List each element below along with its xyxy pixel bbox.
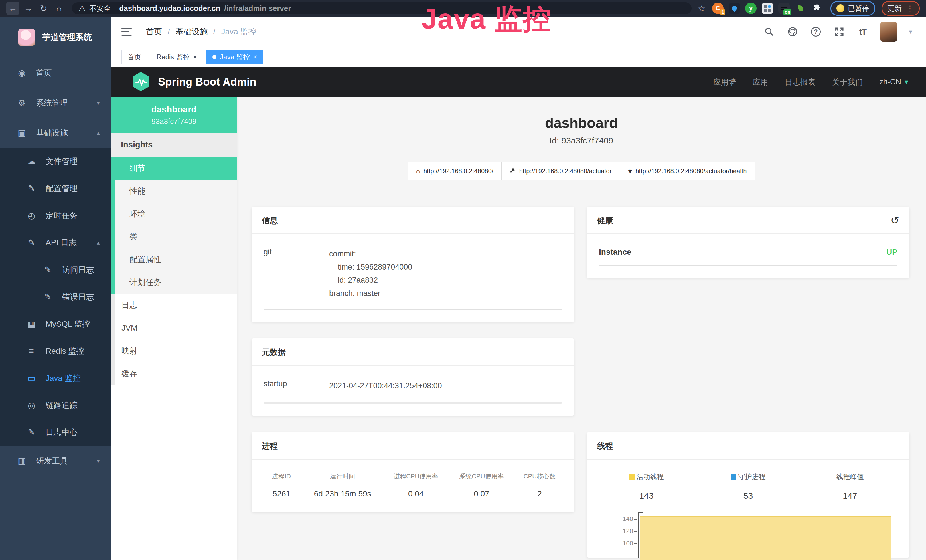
app-logo-image — [18, 29, 35, 45]
sba-item-scheduled-tasks[interactable]: 计划任务 — [111, 271, 237, 294]
breadcrumb-home[interactable]: 首页 — [146, 26, 162, 37]
address-bar[interactable]: ⚠ 不安全 dashboard.yudao.iocoder.cn /infra/… — [72, 2, 691, 14]
sidebar-item-scheduled-jobs[interactable]: ◴ 定时任务 — [0, 202, 111, 229]
info-key: git — [263, 248, 329, 300]
extension-pin-icon[interactable] — [729, 3, 740, 14]
close-icon[interactable]: × — [193, 53, 197, 61]
sidebar-item-redis-monitor[interactable]: ≡ Redis 监控 — [0, 338, 111, 365]
peak-threads-value: 147 — [799, 491, 901, 501]
sba-item-logs[interactable]: 日志 — [111, 294, 237, 317]
user-avatar[interactable] — [881, 22, 897, 42]
health-url-button[interactable]: ♥ http://192.168.0.2:48080/actuator/heal… — [620, 162, 755, 180]
github-icon[interactable] — [787, 26, 798, 37]
browser-forward-icon[interactable]: → — [22, 2, 35, 15]
close-icon[interactable]: × — [253, 53, 257, 61]
sba-item-caches[interactable]: 缓存 — [111, 362, 237, 385]
health-card: 健康 ↺ Instance UP — [587, 207, 909, 278]
sidebar-item-mysql-monitor[interactable]: ▦ MySQL 监控 — [0, 310, 111, 338]
sidebar-item-api-logs[interactable]: ✎ API 日志 ▴ — [0, 229, 111, 256]
user-menu-caret-icon[interactable]: ▾ — [909, 28, 912, 36]
sidebar-item-infrastructure[interactable]: ▣ 基础设施 ▴ — [0, 118, 111, 148]
browser-home-icon[interactable]: ⌂ — [53, 2, 66, 15]
process-card-title: 进程 — [262, 441, 278, 452]
sidebar-item-home[interactable]: ◉ 首页 — [0, 58, 111, 88]
eye-icon: ◎ — [26, 400, 36, 410]
sba-nav-about[interactable]: 关于我们 — [832, 77, 863, 87]
edit-icon: ✎ — [26, 183, 36, 194]
metadata-value: 2021-04-27T00:44:31.254+08:00 — [329, 380, 442, 392]
app-title: 芋道管理系统 — [42, 32, 92, 43]
collapse-sidebar-icon[interactable] — [121, 26, 134, 37]
sba-item-metrics[interactable]: 性能 — [111, 180, 237, 203]
sidebar-item-access-logs[interactable]: ✎ 访问日志 — [0, 256, 111, 283]
heartbeat-icon: ♥ — [628, 167, 632, 175]
extension-grid-icon[interactable] — [762, 3, 773, 14]
process-card: 进程 进程ID5261 运行时间6d 23h 15m 59s 进程CPU使用率0… — [251, 432, 574, 512]
active-dot-icon — [212, 55, 216, 59]
metadata-card-title: 元数据 — [262, 347, 286, 358]
tab-redis-monitor[interactable]: Redis 监控 × — [151, 50, 203, 65]
info-card-title: 信息 — [262, 215, 278, 226]
active-threads-value: 143 — [595, 491, 697, 501]
paused-label: 已暂停 — [848, 4, 869, 13]
sidebar-item-tracing[interactable]: ◎ 链路追踪 — [0, 392, 111, 419]
infrastructure-submenu: ☁ 文件管理 ✎ 配置管理 ◴ 定时任务 ✎ API 日志 ▴ ✎ — [0, 148, 111, 446]
font-size-icon[interactable]: tT — [857, 26, 869, 37]
sidebar-item-java-monitor[interactable]: ▭ Java 监控 — [0, 365, 111, 392]
update-label: 更新 — [888, 4, 902, 13]
sidebar-item-config-mgmt[interactable]: ✎ 配置管理 — [0, 175, 111, 202]
actuator-url-button[interactable]: http://192.168.0.2:48080/actuator — [502, 162, 620, 180]
emoji-face-icon — [837, 4, 844, 12]
extension-y-icon[interactable]: y — [745, 3, 757, 14]
sba-item-jvm[interactable]: JVM — [111, 317, 237, 339]
tab-bar: 首页 Redis 监控 × Java 监控 × — [111, 47, 926, 67]
info-card: 信息 git commit: time: 1596289704000 id: 2… — [251, 207, 574, 322]
sidebar-item-system-mgmt[interactable]: ⚙ 系统管理 ▾ — [0, 88, 111, 118]
sba-item-mappings[interactable]: 映射 — [111, 339, 237, 362]
sidebar-item-log-center[interactable]: ✎ 日志中心 — [0, 419, 111, 446]
breadcrumb-infrastructure[interactable]: 基础设施 — [176, 26, 207, 37]
sba-item-classes[interactable]: 类 — [111, 226, 237, 248]
sba-nav-applications[interactable]: 应用 — [753, 77, 768, 87]
extension-tampermonkey-icon[interactable]: on — [778, 3, 790, 14]
instance-header[interactable]: dashboard 93a3fc7f7409 — [111, 97, 237, 133]
sidebar-item-error-logs[interactable]: ✎ 错误日志 — [0, 283, 111, 310]
fullscreen-icon[interactable] — [834, 26, 845, 37]
tab-home[interactable]: 首页 — [121, 50, 147, 65]
warning-icon: ⚠ — [79, 4, 85, 13]
browser-update-button[interactable]: 更新 ⋮ — [882, 1, 920, 16]
kebab-menu-icon[interactable]: ⋮ — [906, 4, 914, 13]
top-navbar: 首页 / 基础设施 / Java 监控 ? — [111, 17, 926, 47]
service-url-button[interactable]: ⌂ http://192.168.0.2:48080/ — [408, 162, 502, 180]
daemon-threads-value: 53 — [697, 491, 799, 501]
chevron-down-icon: ▾ — [905, 77, 908, 86]
history-icon[interactable]: ↺ — [891, 215, 899, 226]
locale-selector[interactable]: zh-CN ▾ — [879, 77, 908, 86]
extension-colorzilla-icon[interactable]: C 1 — [712, 3, 723, 14]
sba-item-config-props[interactable]: 配置属性 — [111, 248, 237, 271]
sba-item-details[interactable]: 细节 — [111, 157, 237, 180]
sidebar-item-file-mgmt[interactable]: ☁ 文件管理 — [0, 148, 111, 175]
help-icon[interactable]: ? — [810, 26, 822, 37]
instance-links: ⌂ http://192.168.0.2:48080/ http://192.1… — [237, 162, 926, 180]
browser-back-icon[interactable]: ← — [6, 2, 20, 15]
spring-boot-admin-logo-icon — [132, 71, 150, 93]
app-logo-row[interactable]: 芋道管理系统 — [0, 17, 111, 58]
profile-paused-pill[interactable]: 已暂停 — [831, 1, 875, 16]
health-row-label: Instance — [599, 248, 631, 257]
extensions-puzzle-icon[interactable] — [811, 3, 823, 14]
tab-java-monitor[interactable]: Java 监控 × — [206, 50, 263, 65]
sba-nav-journal[interactable]: 日志报表 — [785, 77, 816, 87]
sidebar-item-dev-tools[interactable]: ▥ 研发工具 ▾ — [0, 446, 111, 476]
insights-section-label: Insights — [111, 133, 237, 157]
sba-item-environment[interactable]: 环境 — [111, 203, 237, 226]
database-icon: ▦ — [26, 319, 36, 329]
sba-nav-app-wall[interactable]: 应用墙 — [713, 77, 736, 87]
page-subtitle: Id: 93a3fc7f7409 — [237, 136, 926, 145]
dashboard-icon: ◉ — [17, 68, 27, 78]
bookmark-star-icon[interactable]: ☆ — [698, 3, 705, 14]
extension-sprout-icon[interactable] — [795, 3, 806, 14]
browser-reload-icon[interactable]: ↻ — [37, 2, 50, 15]
url-path: /infra/admin-server — [224, 4, 291, 13]
search-icon[interactable] — [763, 26, 775, 37]
